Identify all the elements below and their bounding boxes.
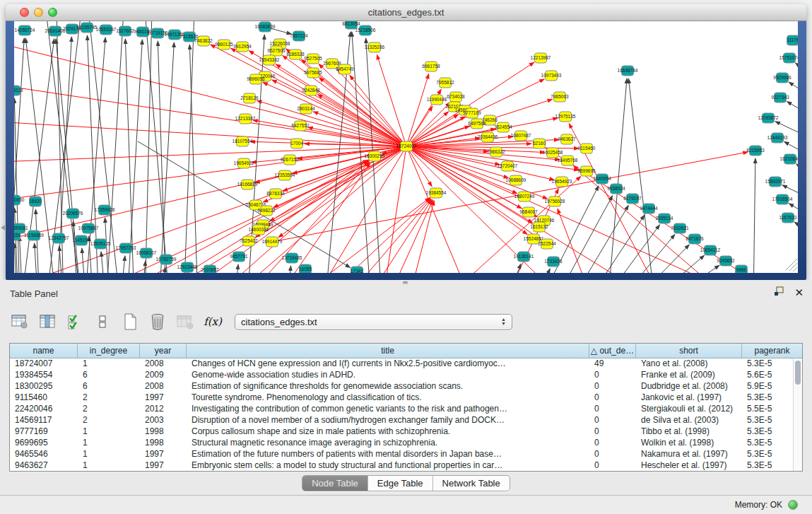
table-cell[interactable]: de Silva et al. (2003) <box>636 415 742 426</box>
table-cell[interactable]: Embryonic stem cells: a model to study s… <box>187 460 589 471</box>
table-cell[interactable]: 2 <box>78 404 140 415</box>
window-resize-grip[interactable] <box>786 259 797 271</box>
column-header-out_de[interactable]: △ out_de… <box>589 344 636 358</box>
table-cell[interactable]: 49 <box>589 358 636 370</box>
table-cell[interactable]: 1997 <box>140 449 187 460</box>
table-cell[interactable]: 1998 <box>140 426 187 438</box>
unselect-all-button[interactable] <box>93 312 112 332</box>
table-cell[interactable]: Changes of HCN gene expression and I(f) … <box>187 358 589 370</box>
collapsed-divider-arrow[interactable] <box>1 225 5 230</box>
table-cell[interactable]: 1 <box>78 358 140 370</box>
tab-network-table[interactable]: Network Table <box>433 476 510 491</box>
graph-node-label: 1355061 <box>14 226 28 230</box>
table-cell[interactable]: Jankovic et al. (1997) <box>636 392 742 404</box>
tab-edge-table[interactable]: Edge Table <box>367 476 433 491</box>
table-row: 1456911722003Disruption of a novel membe… <box>10 415 802 426</box>
graph-node-label: 17957253 <box>116 245 136 250</box>
column-header-name[interactable]: name <box>10 344 78 358</box>
table-cell[interactable]: Corpus callosum shape and size in male p… <box>187 426 589 438</box>
table-cell[interactable]: 2008 <box>140 381 187 392</box>
table-cell[interactable]: 1 <box>78 449 140 460</box>
table-cell[interactable]: 2009 <box>140 370 187 381</box>
table-cell[interactable]: Wolkin et al. (1998) <box>636 438 742 449</box>
table-cell[interactable]: 0 <box>589 381 636 392</box>
table-cell[interactable]: 0 <box>589 415 636 426</box>
table-cell[interactable]: 0 <box>589 392 636 404</box>
table-cell[interactable]: 1 <box>78 438 140 449</box>
table-selector-dropdown[interactable]: citations_edges.txt ▲▼ <box>235 314 512 330</box>
table-cell[interactable]: Hescheler et al. (1997) <box>636 460 742 471</box>
table-cell[interactable]: 6 <box>78 381 140 392</box>
table-cell[interactable]: 6 <box>78 370 140 381</box>
graph-node-label: 8454749 <box>336 66 354 71</box>
window-titlebar[interactable]: citations_edges.txt <box>6 4 806 21</box>
table-cell[interactable]: 0 <box>589 460 636 471</box>
horizontal-splitter[interactable] <box>0 280 812 285</box>
float-panel-icon[interactable] <box>774 286 784 299</box>
table-cell[interactable]: 0 <box>589 449 636 460</box>
table-cell[interactable]: Tibbo et al. (1998) <box>636 426 742 438</box>
function-builder-button[interactable]: f(x) <box>203 312 223 332</box>
status-bar: Memory: OK <box>0 495 812 514</box>
table-cell[interactable]: 1997 <box>140 460 187 471</box>
column-header-in_degree[interactable]: in_degree <box>78 344 140 358</box>
graph-node-label: 2803144 <box>297 106 315 111</box>
column-header-title[interactable]: title <box>187 344 589 358</box>
table-cell[interactable]: 9699695 <box>10 438 78 449</box>
table-cell[interactable]: Investigating the contribution of common… <box>187 404 589 415</box>
table-cell[interactable]: 1 <box>78 460 140 471</box>
table-cell[interactable]: 2 <box>78 415 140 426</box>
select-all-button[interactable] <box>65 312 85 332</box>
column-header-pagerank[interactable]: pagerank <box>742 344 802 358</box>
table-cell[interactable]: 18300295 <box>10 381 78 392</box>
table-cell[interactable]: Tourette syndrome. Phenomenology and cla… <box>187 392 589 404</box>
table-cell[interactable]: 18724007 <box>10 358 78 370</box>
table-cell[interactable]: 1 <box>78 426 140 438</box>
table-cell[interactable]: Estimation of the future numbers of pati… <box>187 449 589 460</box>
scrollbar-thumb[interactable] <box>795 361 801 385</box>
table-row: 946554611997Estimation of the future num… <box>10 449 802 460</box>
table-cell[interactable]: 2008 <box>140 358 187 370</box>
graph-edge <box>586 215 645 273</box>
create-column-button[interactable] <box>120 312 140 332</box>
graph-node-label: 5975685 <box>304 70 322 75</box>
table-cell[interactable]: 2012 <box>140 404 187 415</box>
table-cell[interactable]: Disruption of a novel member of a sodium… <box>187 415 589 426</box>
table-cell[interactable]: Genome-wide association studies in ADHD. <box>187 370 589 381</box>
table-cell[interactable]: 9115460 <box>10 392 78 404</box>
table-cell[interactable]: 22420046 <box>10 404 78 415</box>
table-cell[interactable]: 9463627 <box>10 460 78 471</box>
table-cell[interactable]: 2003 <box>140 415 187 426</box>
column-header-short[interactable]: short <box>636 344 742 358</box>
table-cell[interactable]: 0 <box>589 426 636 438</box>
table-cell[interactable]: 14569117 <box>10 415 78 426</box>
show-columns-button[interactable] <box>37 312 57 332</box>
table-row: 1872400712008Changes of HCN gene express… <box>10 358 802 370</box>
table-cell[interactable]: Franke et al. (2009) <box>636 370 742 381</box>
table-cell[interactable]: Stergiakouli et al. (2012) <box>636 404 742 415</box>
network-view[interactable]: 1405572420691406202917416155745105532871… <box>14 21 798 273</box>
column-header-year[interactable]: year <box>140 344 187 358</box>
close-panel-icon[interactable]: ✕ <box>794 288 804 298</box>
tab-node-table[interactable]: Node Table <box>302 476 367 491</box>
table-cell[interactable]: 1998 <box>140 438 187 449</box>
table-cell[interactable]: Structural magnetic resonance image aver… <box>187 438 589 449</box>
table-cell[interactable]: Estimation of significance thresholds fo… <box>187 381 589 392</box>
table-cell[interactable]: Dudbridge et al. (2008) <box>636 381 742 392</box>
table-cell[interactable]: Nakamura et al. (1997) <box>636 449 742 460</box>
table-cell[interactable]: 0 <box>589 370 636 381</box>
table-cell[interactable]: Yano et al. (2008) <box>636 358 742 370</box>
table-cell[interactable]: 0 <box>589 404 636 415</box>
table-cell[interactable]: 9777169 <box>10 426 78 438</box>
vertical-scrollbar[interactable] <box>793 358 802 471</box>
table-cell[interactable]: 2 <box>78 392 140 404</box>
table-cell[interactable]: 1997 <box>140 392 187 404</box>
table-row: 1830029562008Estimation of significance … <box>10 381 802 392</box>
splitter-handle-icon[interactable] <box>403 281 408 284</box>
table-cell[interactable]: 9465546 <box>10 449 78 460</box>
table-cell[interactable]: 0 <box>589 438 636 449</box>
table-cell[interactable]: 19384554 <box>10 370 78 381</box>
delete-column-button[interactable] <box>148 312 167 332</box>
table-mode-button[interactable] <box>10 312 30 332</box>
network-canvas[interactable]: 1405572420691406202917416155745105532871… <box>14 21 798 273</box>
